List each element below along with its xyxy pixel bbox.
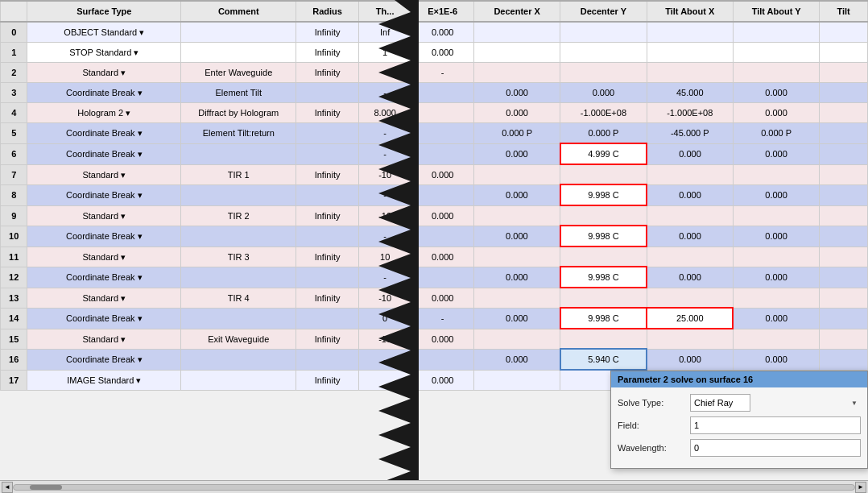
- cell-tilt[interactable]: [820, 205, 868, 226]
- cell-radius[interactable]: [296, 267, 359, 288]
- cell-decenter-y[interactable]: [560, 329, 647, 349]
- cell-tilt[interactable]: [820, 22, 868, 43]
- cell-decenter-x[interactable]: [473, 22, 560, 43]
- cell-radius[interactable]: Infinity: [296, 205, 359, 226]
- cell-radius[interactable]: [296, 83, 359, 103]
- col-header-tilty[interactable]: Tilt About Y: [733, 1, 819, 22]
- cell-decenter-y[interactable]: [560, 164, 647, 184]
- cell-radius[interactable]: Infinity: [296, 246, 359, 267]
- cell-tilt-about-y[interactable]: [733, 288, 819, 308]
- cell-ex[interactable]: 0.000: [411, 246, 474, 267]
- cell-decenter-x[interactable]: 0.000: [473, 143, 560, 164]
- cell-tilt[interactable]: [820, 43, 868, 63]
- cell-decenter-x[interactable]: 0.000: [473, 267, 560, 288]
- cell-tilt-about-y[interactable]: [733, 246, 819, 267]
- cell-tilt-about-y[interactable]: 0.000: [733, 103, 819, 123]
- cell-ex[interactable]: -: [411, 308, 474, 329]
- cell-tilt-about-x[interactable]: -1.000E+08: [647, 103, 733, 123]
- col-header-comment[interactable]: Comment: [181, 1, 296, 22]
- cell-tilt-about-x[interactable]: [647, 164, 733, 184]
- cell-decenter-x[interactable]: 0.000: [473, 226, 560, 246]
- cell-ex[interactable]: 0.000: [411, 164, 474, 184]
- cell-radius[interactable]: [296, 349, 359, 370]
- cell-tilt-about-y[interactable]: [733, 22, 819, 43]
- cell-surface-type[interactable]: Standard ▾: [27, 288, 181, 308]
- cell-tilt[interactable]: [820, 143, 868, 164]
- cell-tilt[interactable]: [820, 103, 868, 123]
- cell-decenter-y[interactable]: 0.000: [560, 83, 647, 103]
- cell-decenter-y[interactable]: 9.998 C: [560, 226, 647, 246]
- cell-tilt[interactable]: [820, 329, 868, 349]
- cell-ex[interactable]: -: [411, 63, 474, 83]
- cell-tilt[interactable]: [820, 246, 868, 267]
- cell-radius[interactable]: Infinity: [296, 288, 359, 308]
- cell-tilt-about-x[interactable]: [647, 329, 733, 349]
- cell-ex[interactable]: [411, 267, 474, 288]
- cell-tilt[interactable]: [820, 349, 868, 370]
- cell-surface-type[interactable]: IMAGE Standard ▾: [27, 370, 181, 390]
- col-header-ex[interactable]: E×1E-6: [411, 1, 474, 22]
- cell-radius[interactable]: [296, 123, 359, 144]
- cell-tilt-about-x[interactable]: 25.000: [647, 308, 733, 329]
- cell-ex[interactable]: 0.000: [411, 288, 474, 308]
- cell-tilt[interactable]: [820, 308, 868, 329]
- cell-radius[interactable]: Infinity: [296, 43, 359, 63]
- cell-surface-type[interactable]: Coordinate Break ▾: [27, 349, 181, 370]
- cell-tilt-about-y[interactable]: 0.000: [733, 83, 819, 103]
- cell-surface-type[interactable]: Coordinate Break ▾: [27, 226, 181, 246]
- cell-radius[interactable]: Infinity: [296, 22, 359, 43]
- cell-decenter-y[interactable]: 9.998 C: [560, 267, 647, 288]
- cell-tilt[interactable]: [820, 164, 868, 184]
- cell-tilt-about-x[interactable]: -45.000 P: [647, 123, 733, 144]
- cell-tilt-about-x[interactable]: [647, 205, 733, 226]
- cell-decenter-x[interactable]: 0.000: [473, 184, 560, 205]
- cell-tilt[interactable]: [820, 123, 868, 144]
- cell-decenter-x[interactable]: [473, 164, 560, 184]
- cell-tilt-about-x[interactable]: 45.000: [647, 83, 733, 103]
- cell-radius[interactable]: [296, 226, 359, 246]
- cell-decenter-y[interactable]: -1.000E+08: [560, 103, 647, 123]
- horizontal-scrollbar[interactable]: ◄ ►: [0, 480, 868, 493]
- col-header-tiltx[interactable]: Tilt About X: [647, 1, 733, 22]
- cell-ex[interactable]: [411, 143, 474, 164]
- cell-surface-type[interactable]: Standard ▾: [27, 164, 181, 184]
- cell-surface-type[interactable]: Hologram 2 ▾: [27, 103, 181, 123]
- cell-tilt-about-x[interactable]: [647, 63, 733, 83]
- cell-surface-type[interactable]: Coordinate Break ▾: [27, 267, 181, 288]
- field-input[interactable]: [690, 416, 861, 434]
- cell-tilt[interactable]: [820, 63, 868, 83]
- cell-decenter-y[interactable]: 9.998 C: [560, 308, 647, 329]
- cell-surface-type[interactable]: Standard ▾: [27, 205, 181, 226]
- cell-surface-type[interactable]: Coordinate Break ▾: [27, 184, 181, 205]
- col-header-radius[interactable]: Radius: [296, 1, 359, 22]
- cell-tilt-about-y[interactable]: 0.000 P: [733, 123, 819, 144]
- cell-surface-type[interactable]: Coordinate Break ▾: [27, 123, 181, 144]
- cell-tilt-about-y[interactable]: 0.000: [733, 143, 819, 164]
- col-header-tilt[interactable]: Tilt: [820, 1, 868, 22]
- cell-ex[interactable]: 0.000: [411, 329, 474, 349]
- cell-tilt-about-y[interactable]: 0.000: [733, 267, 819, 288]
- cell-tilt-about-x[interactable]: [647, 246, 733, 267]
- cell-decenter-y[interactable]: [560, 63, 647, 83]
- cell-decenter-x[interactable]: [473, 63, 560, 83]
- cell-decenter-y[interactable]: [560, 205, 647, 226]
- cell-tilt-about-y[interactable]: 0.000: [733, 308, 819, 329]
- cell-radius[interactable]: Infinity: [296, 63, 359, 83]
- cell-tilt-about-y[interactable]: 0.000: [733, 184, 819, 205]
- solve-type-select[interactable]: Chief Ray Marginal Ray Edge Ray Fixed: [690, 394, 750, 412]
- cell-decenter-y[interactable]: 0.000 P: [560, 123, 647, 144]
- cell-tilt-about-y[interactable]: [733, 329, 819, 349]
- cell-decenter-x[interactable]: [473, 288, 560, 308]
- wavelength-input[interactable]: [690, 439, 861, 457]
- cell-decenter-x[interactable]: 0.000: [473, 83, 560, 103]
- cell-radius[interactable]: Infinity: [296, 164, 359, 184]
- cell-ex[interactable]: 0.000: [411, 370, 474, 390]
- cell-ex[interactable]: 0.000: [411, 205, 474, 226]
- cell-tilt[interactable]: [820, 288, 868, 308]
- cell-radius[interactable]: [296, 143, 359, 164]
- cell-surface-type[interactable]: Standard ▾: [27, 63, 181, 83]
- cell-decenter-x[interactable]: [473, 43, 560, 63]
- cell-decenter-y[interactable]: [560, 43, 647, 63]
- scrollbar-thumb[interactable]: [30, 485, 62, 490]
- cell-radius[interactable]: Infinity: [296, 370, 359, 390]
